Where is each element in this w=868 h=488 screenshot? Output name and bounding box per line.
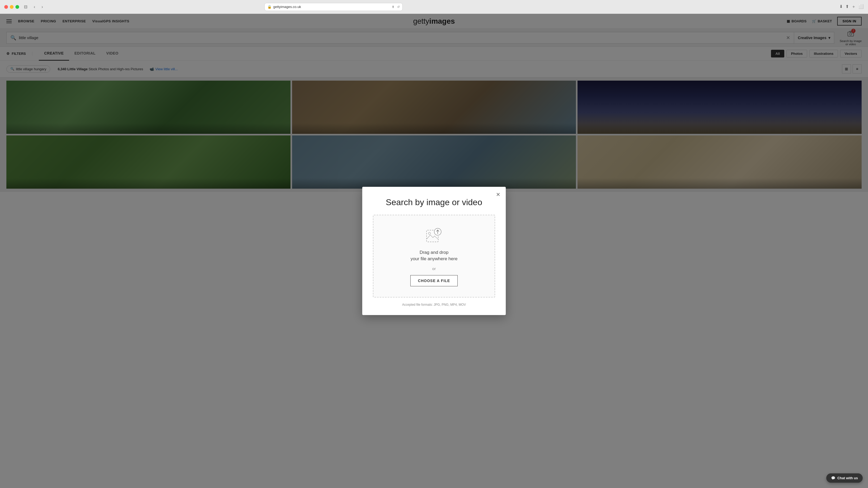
or-text: or bbox=[432, 266, 436, 271]
search-by-image-modal: ✕ Search by image or video bbox=[362, 187, 506, 315]
sidebar-toggle-button[interactable]: ⊟ bbox=[22, 3, 29, 10]
browser-chrome: ⊟ ‹ › 🔒 gettyimages.co.uk ⬆ ↺ ⬇ ⬆ ＋ ⬜ bbox=[0, 0, 868, 14]
share-browser-icon[interactable]: ⬆ bbox=[845, 4, 849, 9]
traffic-lights bbox=[4, 5, 19, 9]
url-text: gettyimages.co.uk bbox=[273, 5, 301, 9]
choose-file-button[interactable]: CHOOSE A FILE bbox=[410, 275, 458, 286]
page: BROWSE PRICING ENTERPRISE VisualGPS INSI… bbox=[0, 14, 868, 488]
refresh-icon[interactable]: ↺ bbox=[397, 5, 400, 9]
modal-backdrop[interactable]: ✕ Search by image or video bbox=[0, 14, 868, 488]
new-tab-icon[interactable]: ＋ bbox=[851, 4, 856, 9]
chat-label: Chat with us bbox=[837, 476, 858, 480]
chat-icon: 💬 bbox=[831, 476, 835, 480]
download-icon[interactable]: ⬇ bbox=[839, 4, 843, 9]
accepted-formats-text: Accepted file formats: JPG, PNG, MP4, MO… bbox=[373, 303, 495, 307]
chat-button[interactable]: 💬 Chat with us bbox=[826, 473, 863, 483]
share-icon: ⬆ bbox=[392, 5, 394, 9]
modal-title: Search by image or video bbox=[373, 197, 495, 207]
minimize-window-button[interactable] bbox=[10, 5, 13, 9]
browser-actions: ⬇ ⬆ ＋ ⬜ bbox=[839, 4, 864, 9]
url-bar[interactable]: 🔒 gettyimages.co.uk ⬆ ↺ bbox=[265, 3, 403, 11]
drag-drop-text: Drag and drop your file anywhere here bbox=[411, 249, 458, 262]
modal-close-button[interactable]: ✕ bbox=[494, 191, 502, 199]
forward-button[interactable]: › bbox=[40, 3, 44, 10]
back-button[interactable]: ‹ bbox=[32, 3, 37, 10]
maximize-window-button[interactable] bbox=[16, 5, 19, 9]
close-window-button[interactable] bbox=[4, 5, 8, 9]
upload-icon bbox=[425, 226, 443, 245]
tabs-overview-icon[interactable]: ⬜ bbox=[859, 4, 864, 9]
svg-point-6 bbox=[428, 232, 431, 234]
drop-zone[interactable]: Drag and drop your file anywhere here or… bbox=[373, 215, 495, 297]
lock-icon: 🔒 bbox=[267, 5, 272, 9]
